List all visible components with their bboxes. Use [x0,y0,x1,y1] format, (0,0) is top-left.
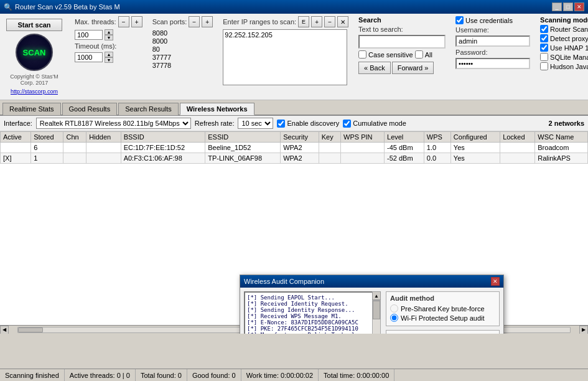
col-wsc-name: WSC Name [535,132,588,143]
ip-clear-button[interactable]: ✕ [337,16,348,27]
log-scrollbar-v: ▲ ▼ [372,291,381,334]
status-work-time-text: Work time: 0:00:00:02 [246,372,313,379]
start-scan-button[interactable]: Start scan [6,19,62,31]
table-row[interactable]: [X]1A0:F3:C1:06:AF:98TP-LINK_06AF98WPA2-… [1,153,588,164]
log-scroll-up[interactable]: ▲ [372,291,381,300]
scanning-section: Scanning modules Router Scan (m Detect p… [540,16,588,70]
table-cell: 1.0 [424,143,450,153]
table-cell [500,143,535,153]
case-sensitive-row: Case sensitive All [358,50,446,59]
timeout-spin-down[interactable]: ▼ [105,57,113,63]
table-cell [63,153,86,164]
cumulative-mode-label: Cumulative mode [353,120,406,127]
module-hudson-checkbox[interactable] [540,62,548,70]
back-button[interactable]: « Back [358,62,391,74]
module-proxy-checkbox[interactable] [540,34,548,42]
all-checkbox[interactable] [415,50,423,59]
threads-dec-button[interactable]: − [118,16,129,27]
website-link[interactable]: http://stascorp.com [11,88,58,95]
threads-spin-down[interactable]: ▼ [105,35,113,40]
tab-search-results-label: Search Results [125,105,172,113]
port-8080: 8080 [152,29,213,37]
username-input[interactable] [455,35,530,47]
forward-button[interactable]: Forward » [392,62,434,74]
module-sqlite-checkbox[interactable] [540,53,548,61]
scroll-left-btn[interactable]: ◀ [0,326,9,334]
threads-section: Max. threads: − + ▲ ▼ Timeout (ms): ▲ ▼ [75,16,142,63]
scan-ports-label: Scan ports: [152,18,187,26]
col-level: Level [385,132,424,143]
timeout-label: Timeout (ms): [75,42,116,50]
col-bssid: BSSID [121,132,205,143]
threads-inc-button[interactable]: + [131,16,142,27]
wireless-audit-dialog: Wireless Audit Companion ✕ [*] Sending E… [240,275,504,334]
dialog-body: [*] Sending EAPOL Start...[*] Received I… [240,288,503,334]
psk-radio[interactable] [390,304,398,313]
refresh-select[interactable]: 10 sec [238,118,273,129]
table-cell [500,153,535,164]
timeout-spin-up[interactable]: ▲ [105,52,113,57]
password-input[interactable] [455,58,530,69]
log-container: [*] Sending EAPOL Start...[*] Received I… [244,291,381,334]
tab-bar: Realtime Stats Good Results Search Resul… [0,100,588,116]
tab-realtime-stats-label: Realtime Stats [9,105,54,113]
tab-realtime-stats[interactable]: Realtime Stats [2,103,61,115]
col-stored: Stored [31,132,63,143]
status-total-text: Total found: 0 [141,372,182,379]
table-row[interactable]: 6EC:1D:7F:EE:1D:52Beeline_1D52WPA2-45 dB… [1,143,588,153]
status-good-text: Good found: 0 [192,372,236,379]
table-cell: Yes [450,143,500,153]
cumulative-mode-checkbox[interactable] [343,120,351,128]
col-security: Security [281,132,319,143]
ip-inc-button[interactable]: + [311,16,322,27]
threads-spinner: ▲ ▼ [105,29,113,40]
ip-e-button[interactable]: E [298,16,309,27]
table-cell: Yes [450,153,500,164]
ports-inc-button[interactable]: + [202,16,213,27]
module-router-scan-checkbox[interactable] [540,25,548,33]
module-hnap-checkbox[interactable] [540,44,548,52]
col-active: Active [1,132,31,143]
ip-range-section: Enter IP ranges to scan: E + − ✕ 92.252.… [223,16,348,85]
dialog-close-button[interactable]: ✕ [491,277,500,286]
ip-dec-button[interactable]: − [324,16,335,27]
minimize-button[interactable]: _ [552,2,562,11]
threads-input[interactable] [75,30,103,40]
interface-select[interactable]: Realtek RTL8187 Wireless 802.11b/g 54Mbp… [36,118,191,129]
module-router-scan-label: Router Scan (m [550,26,588,33]
tab-wireless-networks[interactable]: Wireless Networks [180,103,254,115]
close-button[interactable]: ✕ [574,2,584,11]
networks-tbody: 6EC:1D:7F:EE:1D:52Beeline_1D52WPA2-45 dB… [1,143,588,164]
interface-label: Interface: [4,120,32,127]
module-proxy: Detect proxy s [540,34,588,42]
table-cell: -52 dBm [385,153,424,164]
scroll-right-btn[interactable]: ▶ [579,326,588,334]
log-area[interactable]: [*] Sending EAPOL Start...[*] Received I… [244,291,381,334]
status-work-time: Work time: 0:00:00:02 [241,369,319,381]
enable-discovery-checkbox[interactable] [277,120,285,128]
threads-value-row: ▲ ▼ [75,29,142,40]
table-cell [86,143,121,153]
table-cell: [X] [1,153,31,164]
threads-spin-up[interactable]: ▲ [105,29,113,35]
ip-range-box[interactable]: 92.252.152.205 [223,29,347,85]
table-cell: TP-LINK_06AF98 [205,153,281,164]
search-input[interactable] [358,35,446,49]
col-wps: WPS [424,132,450,143]
maximize-button[interactable]: □ [563,2,573,11]
table-cell: WPA2 [281,143,319,153]
ports-dec-button[interactable]: − [189,16,200,27]
use-credentials-row: Use credentials [455,16,530,24]
case-sensitive-checkbox[interactable] [358,50,366,59]
wps-radio[interactable] [390,314,398,322]
title-bar-icon: 🔍 [4,3,12,11]
threads-spinbox: ▲ ▼ [105,29,113,40]
status-bar: Scanning finished Active threads: 0 | 0 … [0,369,588,381]
status-good-found: Good found: 0 [187,369,241,381]
timeout-input[interactable] [75,52,103,62]
tab-search-results[interactable]: Search Results [118,103,179,115]
scroll-thumb-h[interactable] [18,327,43,332]
tab-good-results[interactable]: Good Results [62,103,118,115]
use-credentials-checkbox[interactable] [455,16,464,24]
table-cell [1,143,31,153]
